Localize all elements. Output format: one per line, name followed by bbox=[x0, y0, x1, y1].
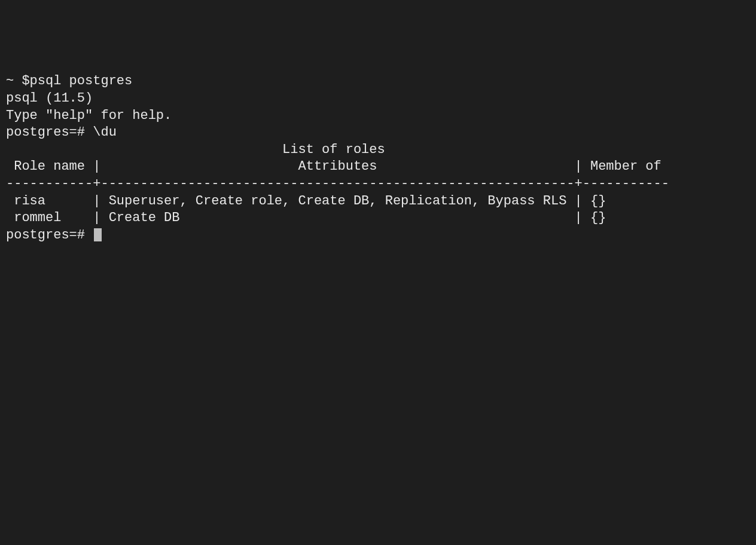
table-row: rommel | Create DB | {} bbox=[6, 210, 750, 227]
psql-version: psql (11.5) bbox=[6, 90, 750, 108]
shell-command-line: ~ $psql postgres bbox=[6, 73, 750, 90]
terminal-window[interactable]: ~ $psql postgrespsql (11.5)Type "help" f… bbox=[6, 73, 750, 244]
psql-prompt[interactable]: postgres=# bbox=[6, 227, 750, 244]
psql-du-command: postgres=# \du bbox=[6, 124, 750, 142]
cursor-icon bbox=[94, 228, 102, 241]
psql-help-hint: Type "help" for help. bbox=[6, 108, 750, 125]
prompt-text: postgres=# bbox=[6, 228, 93, 243]
roles-table-separator: -----------+----------------------------… bbox=[6, 176, 750, 193]
roles-table-title: List of roles bbox=[6, 142, 750, 159]
roles-table-header: Role name | Attributes | Member of bbox=[6, 158, 750, 176]
table-row: risa | Superuser, Create role, Create DB… bbox=[6, 193, 750, 210]
